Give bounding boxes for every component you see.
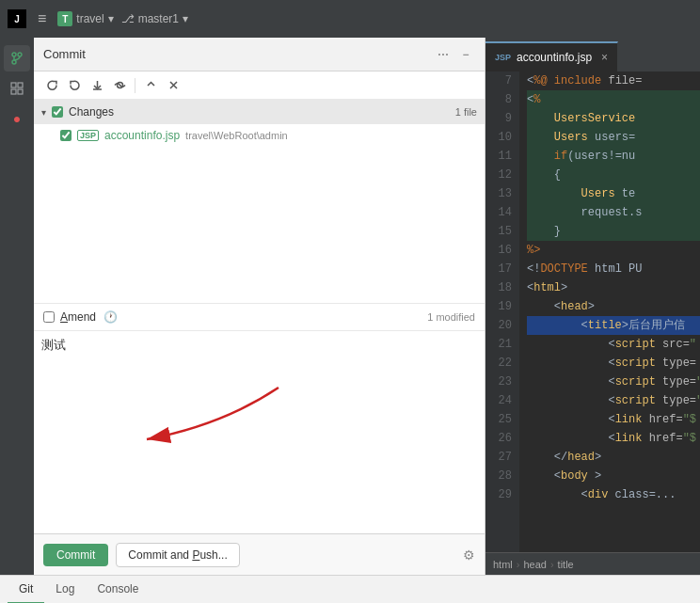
project-selector[interactable]: T travel ▾ [57,11,113,26]
vcs-sidebar-icon[interactable] [4,45,30,71]
tab-console[interactable]: Console [86,576,150,604]
toolbar-separator [135,78,135,93]
settings-gear-icon[interactable]: ⚙ [463,547,475,563]
download-button[interactable] [87,75,107,96]
svg-rect-7 [18,89,23,94]
changes-label: Changes [69,105,450,119]
amend-row: Amend 🕐 1 modified [34,303,485,331]
editor-breadcrumb: html › head › title [485,552,700,575]
tab-git[interactable]: Git [8,576,44,604]
code-panel: JSP accountinfo.jsp × 789101112131415161… [485,38,700,575]
editor-tab-accountinfo[interactable]: JSP accountinfo.jsp × [485,41,618,71]
preview-button[interactable] [109,75,130,96]
code-lines: <%@ include file=<% UsersService Users u… [519,71,700,552]
changes-chevron-icon: ▾ [41,107,46,118]
code-content[interactable]: 7891011121314151617181920212223242526272… [485,71,700,552]
branch-selector[interactable]: ⎇ master1 ▾ [121,12,188,25]
changes-header[interactable]: ▾ Changes 1 file [34,100,485,124]
file-item[interactable]: JSP accountinfo.jsp travel\WebRoot\admin [34,124,485,147]
tab-log[interactable]: Log [44,576,86,604]
tab-file-type: JSP [495,53,511,62]
breadcrumb-sep-2: › [550,559,554,570]
changes-checkbox[interactable] [52,106,63,118]
modified-count: 1 modified [427,311,475,323]
breadcrumb-html[interactable]: html [493,559,513,570]
commit-actions: Commit Commit and Push... ⚙ [34,533,485,575]
tab-filename: accountinfo.jsp [517,51,592,64]
breadcrumb-sep-1: › [517,559,520,570]
menu-icon[interactable]: ≡ [34,8,50,29]
commit-header-icons: ⋯ − [434,45,475,64]
commit-message-wrapper: 测试 [34,331,485,534]
commit-message-input[interactable]: 测试 [34,331,214,444]
svg-rect-6 [11,89,16,94]
svg-rect-4 [11,83,16,87]
bottom-tabs: Git Log Console [0,575,700,603]
changes-count: 1 file [455,106,477,118]
line-numbers: 7891011121314151617181920212223242526272… [485,71,519,552]
top-bar: J ≡ T travel ▾ ⎇ master1 ▾ [0,0,700,38]
history-icon[interactable]: 🕐 [103,310,118,324]
commit-panel-header: Commit ⋯ − [34,38,485,71]
svg-rect-5 [18,83,23,87]
more-options-icon[interactable]: ⋯ [434,45,453,64]
close-button[interactable] [163,75,183,96]
commit-panel-title: Commit [43,47,430,61]
svg-point-2 [12,60,16,64]
file-checkbox[interactable] [60,130,72,141]
branch-icon: ⎇ [121,12,135,25]
svg-point-0 [12,53,16,56]
branch-name: master1 [138,12,179,25]
breadcrumb-title[interactable]: title [558,559,574,570]
commit-panel: Commit ⋯ − [34,38,485,575]
amend-label: Amend [60,310,96,324]
project-name: travel [76,12,103,25]
branch-chevron-icon: ▾ [183,12,188,25]
amend-checkbox[interactable] [43,311,55,323]
project-chevron-icon: ▾ [108,12,114,25]
editor-tabs: JSP accountinfo.jsp × [485,38,700,71]
main-area: ● Commit ⋯ − [0,38,700,575]
structure-sidebar-icon[interactable] [4,75,30,102]
notification-sidebar-icon[interactable]: ● [4,105,30,132]
commit-toolbar [34,71,485,100]
breadcrumb-head[interactable]: head [523,559,546,570]
commit-button[interactable]: Commit [43,544,108,566]
file-type-badge: JSP [77,130,99,141]
commit-and-push-button[interactable]: Commit and Push... [116,543,239,567]
sidebar-icons: ● [0,38,34,575]
minimize-icon[interactable]: − [456,45,475,64]
file-path: travel\WebRoot\admin [185,130,288,141]
refresh-button[interactable] [41,75,62,96]
svg-point-1 [18,53,22,56]
up-button[interactable] [140,75,161,96]
file-name: accountinfo.jsp [104,129,180,142]
tab-close-icon[interactable]: × [601,51,608,64]
project-icon: T [57,11,72,26]
app-logo: J [8,9,26,28]
changes-section: ▾ Changes 1 file JSP accountinfo.jsp tra… [34,100,485,303]
undo-button[interactable] [64,75,85,96]
